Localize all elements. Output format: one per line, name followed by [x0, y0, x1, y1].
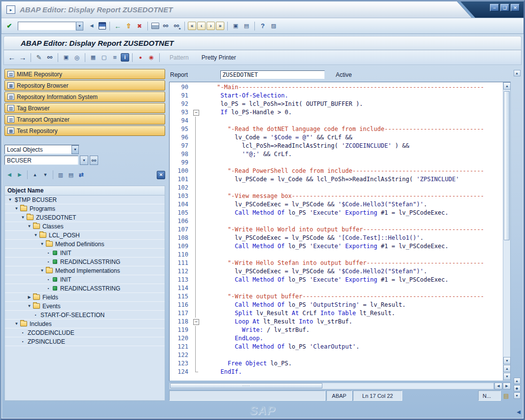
tree-item-classes[interactable]: ▼Classes	[5, 222, 165, 231]
print-icon[interactable]	[151, 22, 160, 31]
code-line-109[interactable]: 109 Call Method Of lo_PS 'Execute' Expor…	[170, 242, 503, 251]
tree-item-lcl-posh[interactable]: ▼LCL_POSH	[5, 231, 165, 240]
code-line-98[interactable]: 98 '"@;' && CrLf.	[170, 150, 503, 159]
first-page-icon[interactable]: «	[188, 22, 196, 30]
save-icon[interactable]	[98, 22, 106, 31]
tree-item-events[interactable]: ▼Events	[5, 302, 165, 311]
enter-icon[interactable]: ✔	[4, 21, 14, 31]
help-icon[interactable]: ?	[258, 21, 268, 31]
screen-position-icon[interactable]: ◆	[514, 385, 521, 391]
code-line-113[interactable]: 113 Call Method Of lo_PS 'Execute' Expor…	[170, 276, 503, 284]
tree-item-readinclasstring[interactable]: ·READINCLASSTRING	[5, 284, 165, 293]
scrollbar-thumb[interactable]	[504, 91, 510, 240]
tree-item-includes[interactable]: ▼Includes	[5, 320, 165, 328]
command-history-icon[interactable]: ▼	[76, 22, 83, 31]
code-line-116[interactable]: 116 Call Method Of lo_PS 'OutputString' …	[170, 301, 503, 309]
tree-item-start-of-selection[interactable]: ·START-OF-SELECTION	[5, 311, 165, 320]
screen-page-down-icon[interactable]: ▼	[514, 392, 521, 399]
code-line-110[interactable]: 110	[170, 251, 503, 259]
tree-item-zcodeinclude[interactable]: ·ZCODEINCLUDE	[5, 328, 165, 337]
hscrollbar-thumb[interactable]: ····	[170, 383, 322, 388]
code-line-95[interactable]: 95 "-Read the dotNET language code from …	[170, 125, 503, 133]
close-button[interactable]: ✕	[511, 4, 520, 11]
code-line-94[interactable]: 94	[170, 117, 503, 125]
tree-item-init[interactable]: ·INIT	[5, 249, 165, 258]
history-forward-icon[interactable]: ▶	[15, 170, 25, 180]
tree-item-fields[interactable]: ▶Fields	[5, 293, 165, 302]
code-line-99[interactable]: 99	[170, 159, 503, 167]
collapse-all-icon[interactable]: ▲	[30, 170, 40, 180]
find-icon[interactable]: oo	[161, 21, 171, 31]
fold-collapse-icon[interactable]	[192, 318, 199, 326]
code-line-90[interactable]: 90 "-Main-------------------------------…	[170, 83, 503, 92]
tree-expander-icon[interactable]: ▼	[7, 197, 13, 202]
minimize-button[interactable]: –	[490, 4, 499, 11]
display-change-icon[interactable]: ✎	[34, 53, 44, 63]
sidebar-button-repository-information-system[interactable]: ▧Repository Information System	[4, 92, 165, 102]
tree-expander-icon[interactable]: ▼	[13, 206, 20, 211]
tree-expander-icon[interactable]: ▶	[26, 295, 33, 299]
scroll-left-icon[interactable]: ◀	[494, 383, 502, 389]
code-line-124[interactable]: 124 EndIf.	[170, 368, 503, 376]
last-page-icon[interactable]: »	[216, 22, 224, 30]
tree-item-programs[interactable]: ▼Programs	[5, 204, 165, 213]
scroll-up-icon[interactable]: ▲	[503, 82, 511, 90]
tree-item-zpsinclude[interactable]: ·ZPSINCLUDE	[5, 337, 165, 346]
screen-scroll-up-icon[interactable]: ▲	[514, 70, 521, 76]
code-line-121[interactable]: 121 Call Method Of lo_PS 'ClearOutput'.	[170, 343, 503, 351]
screen-page-up-icon[interactable]: ▲	[514, 378, 521, 384]
tree-item-method-implementations[interactable]: ▼Method Implementations	[5, 266, 165, 275]
code-line-106[interactable]: 106	[170, 217, 503, 226]
hscrollbar-track[interactable]: ····	[169, 383, 494, 389]
outline-icon[interactable]: ≡	[110, 53, 120, 63]
code-line-100[interactable]: 100 "-Read PowerShell code from include-…	[170, 167, 503, 175]
code-line-97[interactable]: 97 lcl_PoSh=>ReadInclAsString( 'ZCODEINC…	[170, 142, 503, 150]
layout-icon[interactable]: ▤	[66, 170, 76, 180]
code-line-108[interactable]: 108 lv_PSCodeExec = lv_PSCode && '[Code.…	[170, 234, 503, 242]
nav-forward-icon[interactable]: →	[18, 53, 28, 63]
object-list-select[interactable]: Local Objects ▼	[4, 145, 79, 154]
scroll-right-icon[interactable]: ▶	[503, 383, 511, 389]
status-doc-icon[interactable]: ▤	[502, 390, 511, 401]
code-line-93[interactable]: 93 If lo_PS-Handle > 0.	[170, 108, 503, 117]
search-icon[interactable]: oo	[45, 53, 55, 63]
previous-page-icon[interactable]: ‹	[197, 22, 206, 30]
tree-item-readinclasstring[interactable]: ·READINCLASSTRING	[5, 258, 165, 266]
code-line-103[interactable]: 103 "-View message box------------------…	[170, 192, 503, 200]
close-icon[interactable]: ✕	[157, 171, 165, 179]
tree-expander-icon[interactable]: ▼	[39, 242, 45, 246]
create-shortcut-icon[interactable]: ▤	[242, 21, 251, 31]
nav-back-icon[interactable]: ←	[7, 53, 17, 63]
refresh-icon[interactable]: ⇄	[76, 170, 86, 180]
code-line-104[interactable]: 104 lv_PSCodeExec = lv_PSCode && '$Code.…	[170, 200, 503, 209]
code-line-122[interactable]: 122	[170, 351, 503, 359]
tree-expander-icon[interactable]: ▼	[20, 215, 26, 220]
code-line-123[interactable]: 123 Free Object lo_PS.	[170, 359, 503, 368]
tree-expander-icon[interactable]: ▼	[13, 322, 20, 326]
next-page-icon[interactable]: ›	[207, 22, 215, 30]
tree-expander-icon[interactable]: ▼	[39, 268, 45, 273]
code-line-114[interactable]: 114	[170, 284, 503, 292]
back-icon[interactable]: ←	[113, 21, 123, 31]
tree-item-zusedotnet[interactable]: ▼ZUSEDOTNET	[5, 213, 165, 222]
code-line-111[interactable]: 111 "-Write Hello Stefan into output buf…	[170, 259, 503, 267]
page-up-icon[interactable]: ▲	[503, 365, 511, 372]
code-line-101[interactable]: 101 lv_PSCode = lv_Code && lcl_PoSh=>Rea…	[170, 175, 503, 184]
sidebar-button-repository-browser[interactable]: ▦Repository Browser	[4, 80, 165, 91]
customize-layout-icon[interactable]: ▨	[269, 21, 279, 31]
tree-expander-icon[interactable]: ▼	[33, 233, 39, 237]
code-line-112[interactable]: 112 lv_PSCodeExec = lv_PSCode && '$Code.…	[170, 267, 503, 276]
history-back-icon[interactable]: ◀	[4, 170, 14, 180]
expand-all-icon[interactable]: ▼	[40, 170, 50, 180]
compare-icon[interactable]: ◎	[72, 53, 82, 63]
code-line-120[interactable]: 120 EndLoop.	[170, 334, 503, 343]
maximize-button[interactable]: ❏	[500, 4, 509, 11]
navigation-window-icon[interactable]: ▢	[99, 53, 109, 63]
command-input[interactable]	[18, 22, 76, 31]
code-line-91[interactable]: 91 Start-Of-Selection.	[170, 92, 503, 100]
tree-item-method-definitions[interactable]: ▼Method Definitions	[5, 240, 165, 249]
tree-column-header[interactable]: Object Name	[4, 186, 165, 195]
report-name-input[interactable]	[220, 70, 325, 79]
object-name-input[interactable]	[4, 156, 78, 165]
breakpoint-icon[interactable]: ●	[136, 53, 145, 63]
